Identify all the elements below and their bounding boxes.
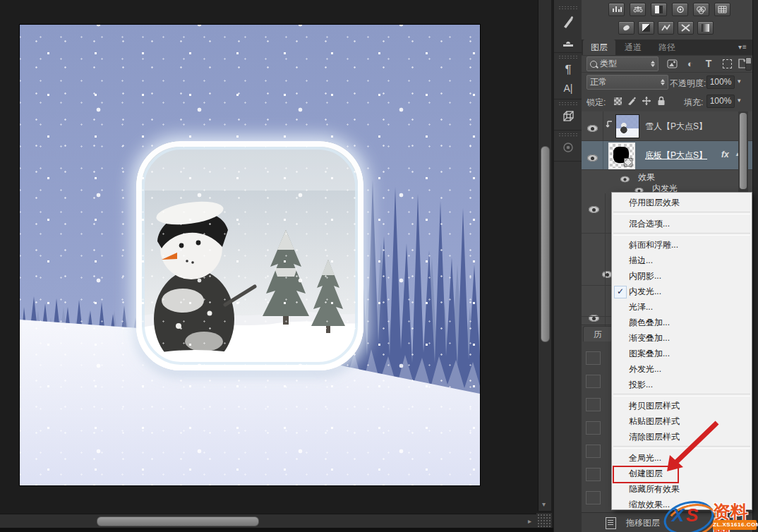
menu-item-clear-layer-style[interactable]: 清除图层样式 bbox=[612, 429, 752, 445]
layers-panel-scrollbar[interactable] bbox=[738, 111, 748, 193]
blend-mode-dropdown[interactable]: 正常 bbox=[586, 75, 668, 90]
layer-row-base-plate[interactable]: 底板【P大点S】 fx ▲ bbox=[582, 141, 752, 170]
canvas[interactable] bbox=[20, 25, 480, 485]
menu-item-bevel-emboss[interactable]: 斜面和浮雕... bbox=[612, 237, 752, 253]
adjustment-curves-icon[interactable] bbox=[658, 21, 674, 35]
fill-value[interactable]: 100% bbox=[706, 95, 735, 108]
filter-adjustment-layers-icon[interactable]: ◐ bbox=[683, 57, 697, 70]
layers-panel-scrollbar-thumb[interactable] bbox=[740, 113, 747, 189]
filter-type-layers-icon[interactable]: T bbox=[702, 57, 716, 70]
menu-item-blending-options[interactable]: 混合选项... bbox=[612, 216, 752, 231]
menu-item-drop-shadow[interactable]: 投影... bbox=[612, 377, 752, 392]
menu-item-hide-all-effects[interactable]: 隐藏所有效果 bbox=[612, 481, 752, 497]
motion-panel-icon[interactable] bbox=[557, 138, 579, 157]
visibility-eye-icon[interactable] bbox=[587, 155, 598, 162]
filter-type-dropdown[interactable]: 类型 bbox=[586, 56, 658, 71]
lock-image-pixels-icon[interactable] bbox=[625, 95, 638, 107]
fill-dropdown-icon[interactable]: ▾ bbox=[738, 97, 741, 104]
menu-item-global-light[interactable]: 全局光... bbox=[612, 450, 752, 466]
scroll-right-arrow-icon[interactable]: ▸ bbox=[528, 518, 531, 525]
watermark-logo-s: S bbox=[686, 504, 698, 526]
menu-item-stroke[interactable]: 描边... bbox=[612, 253, 752, 268]
menu-item-pattern-overlay[interactable]: 图案叠加... bbox=[612, 346, 752, 361]
lock-label: 锁定: bbox=[586, 97, 606, 109]
combo-arrows-icon bbox=[661, 79, 665, 85]
menu-item-satin[interactable]: 光泽... bbox=[612, 299, 752, 315]
adjustment-black-white-icon[interactable] bbox=[714, 3, 730, 16]
history-state-box[interactable] bbox=[586, 351, 601, 365]
menu-separator bbox=[613, 233, 750, 236]
opacity-dropdown-icon[interactable]: ▾ bbox=[738, 78, 741, 85]
tab-channels[interactable]: 通道 bbox=[617, 40, 649, 55]
canvas-vertical-scrollbar[interactable]: ▾ bbox=[538, 0, 551, 511]
adjustment-brightness-contrast-icon[interactable] bbox=[651, 3, 667, 16]
history-state-box[interactable] bbox=[586, 398, 601, 411]
clone-source-icon[interactable] bbox=[557, 32, 579, 51]
vertical-scrollbar-thumb[interactable] bbox=[541, 146, 550, 342]
opacity-value[interactable]: 100% bbox=[706, 75, 735, 89]
adjustment-gradient-map-icon[interactable] bbox=[697, 21, 714, 35]
filtering-toggle[interactable] bbox=[745, 57, 752, 71]
canvas-horizontal-scrollbar[interactable]: ▸ bbox=[0, 514, 538, 528]
search-icon bbox=[590, 61, 597, 68]
menu-item-inner-glow[interactable]: ✓ 内发光... bbox=[612, 284, 752, 299]
visibility-eye-icon[interactable] bbox=[620, 176, 630, 183]
lock-position-icon[interactable] bbox=[640, 95, 653, 107]
effects-header-row[interactable]: 效果 bbox=[582, 170, 752, 183]
fx-badge[interactable]: fx bbox=[721, 150, 729, 159]
visibility-eye-icon[interactable] bbox=[589, 206, 599, 213]
menu-item-outer-glow[interactable]: 外发光... bbox=[612, 361, 752, 377]
app-icon-artwork bbox=[136, 141, 363, 370]
adjustment-color-balance-icon[interactable] bbox=[630, 3, 646, 16]
history-state-box[interactable] bbox=[586, 468, 601, 481]
scroll-down-arrow-icon[interactable]: ▾ bbox=[542, 501, 546, 508]
history-states-column bbox=[582, 341, 611, 512]
menu-item-copy-layer-style[interactable]: 拷贝图层样式 bbox=[612, 398, 752, 413]
menu-item-gradient-overlay[interactable]: 渐变叠加... bbox=[612, 330, 752, 346]
history-state-box[interactable] bbox=[586, 421, 601, 435]
visibility-eye-icon[interactable] bbox=[587, 125, 598, 132]
layer-thumbnail-snowman[interactable] bbox=[615, 114, 639, 138]
adjustment-photo-filter-icon[interactable] bbox=[618, 21, 634, 35]
layer-name[interactable]: 底板【P大点S】 bbox=[645, 150, 707, 162]
history-state-box[interactable] bbox=[586, 445, 601, 458]
adjustment-levels-icon[interactable] bbox=[608, 3, 625, 16]
menu-item-paste-layer-style[interactable]: 粘贴图层样式 bbox=[612, 413, 752, 429]
layer-row-snowman[interactable]: 雪人【P大点S】 bbox=[582, 111, 752, 141]
dock-grip[interactable] bbox=[558, 55, 578, 59]
panel-menu-icon[interactable]: ▾≡ bbox=[738, 43, 747, 51]
horizontal-scrollbar-thumb[interactable] bbox=[97, 516, 259, 526]
panel-right-edge bbox=[752, 0, 758, 532]
paragraph-panel-icon[interactable]: ¶ bbox=[557, 61, 579, 79]
adjustment-channel-mixer-icon[interactable] bbox=[638, 21, 654, 35]
tab-layers[interactable]: 图层 bbox=[583, 40, 615, 55]
menu-item-create-layer[interactable]: 创建图层 bbox=[612, 466, 752, 481]
brush-presets-icon[interactable] bbox=[557, 13, 579, 31]
3d-panel-icon[interactable] bbox=[557, 107, 579, 126]
adjustment-exposure-icon[interactable] bbox=[672, 3, 688, 16]
history-state-box[interactable] bbox=[586, 375, 601, 388]
character-panel-icon[interactable]: A| bbox=[557, 79, 579, 97]
filter-pixel-layers-icon[interactable] bbox=[665, 57, 679, 70]
watermark: X S 资料网 ZL.XS1616.COM bbox=[662, 496, 758, 532]
history-state-box[interactable] bbox=[586, 491, 601, 504]
dock-grip[interactable] bbox=[558, 102, 578, 106]
lock-transparent-pixels-icon[interactable] bbox=[611, 95, 624, 107]
menu-item-inner-shadow[interactable]: 内阴影... bbox=[612, 268, 752, 284]
dock-grip[interactable] bbox=[558, 133, 578, 137]
filter-shape-layers-icon[interactable] bbox=[720, 57, 734, 70]
menu-item-disable-layer-effects[interactable]: 停用图层效果 bbox=[612, 195, 752, 210]
dock-grip[interactable] bbox=[558, 6, 578, 10]
adjustment-invert-icon[interactable] bbox=[678, 21, 694, 35]
tab-history[interactable]: 历 bbox=[583, 326, 613, 342]
status-text: 拖移图层 bbox=[626, 517, 660, 529]
watermark-domain: ZL.XS1616.COM bbox=[713, 520, 757, 530]
layer-thumbnail-base-plate[interactable] bbox=[608, 143, 635, 169]
menu-item-color-overlay[interactable]: 颜色叠加... bbox=[612, 315, 752, 330]
tab-paths[interactable]: 路径 bbox=[651, 40, 683, 55]
adjustment-hue-saturation-icon[interactable] bbox=[693, 3, 709, 16]
clipping-mask-arrow-icon bbox=[606, 121, 614, 132]
window-resize-grip[interactable] bbox=[536, 513, 552, 528]
layer-name[interactable]: 雪人【P大点S】 bbox=[645, 121, 707, 133]
lock-all-icon[interactable] bbox=[655, 95, 668, 107]
